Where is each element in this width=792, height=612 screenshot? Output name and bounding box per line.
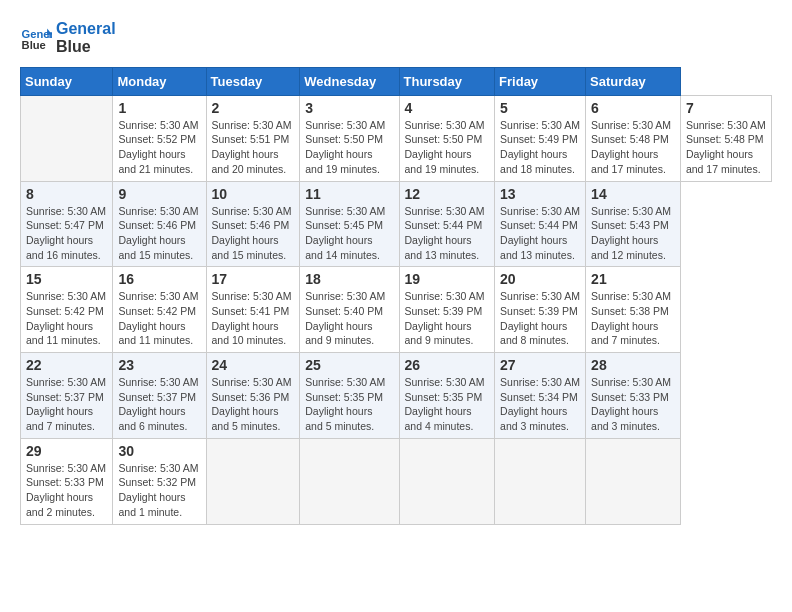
empty-cell: [495, 438, 586, 524]
day-number: 14: [591, 186, 675, 202]
day-number: 4: [405, 100, 490, 116]
day-cell-4: 4 Sunrise: 5:30 AM Sunset: 5:50 PM Dayli…: [399, 95, 495, 181]
day-info: Sunrise: 5:30 AM Sunset: 5:35 PM Dayligh…: [305, 375, 393, 434]
day-number: 29: [26, 443, 107, 459]
day-info: Sunrise: 5:30 AM Sunset: 5:44 PM Dayligh…: [405, 204, 490, 263]
day-info: Sunrise: 5:30 AM Sunset: 5:37 PM Dayligh…: [118, 375, 200, 434]
day-info: Sunrise: 5:30 AM Sunset: 5:33 PM Dayligh…: [26, 461, 107, 520]
day-cell-17: 17 Sunrise: 5:30 AM Sunset: 5:41 PM Dayl…: [206, 267, 300, 353]
day-number: 24: [212, 357, 295, 373]
page-header: General Blue General Blue: [20, 20, 772, 57]
day-cell-26: 26 Sunrise: 5:30 AM Sunset: 5:35 PM Dayl…: [399, 353, 495, 439]
day-cell-20: 20 Sunrise: 5:30 AM Sunset: 5:39 PM Dayl…: [495, 267, 586, 353]
day-number: 13: [500, 186, 580, 202]
day-number: 18: [305, 271, 393, 287]
week-row-3: 15 Sunrise: 5:30 AM Sunset: 5:42 PM Dayl…: [21, 267, 772, 353]
col-header-saturday: Saturday: [586, 67, 681, 95]
day-number: 25: [305, 357, 393, 373]
day-info: Sunrise: 5:30 AM Sunset: 5:48 PM Dayligh…: [686, 118, 766, 177]
day-cell-14: 14 Sunrise: 5:30 AM Sunset: 5:43 PM Dayl…: [586, 181, 681, 267]
col-header-sunday: Sunday: [21, 67, 113, 95]
day-info: Sunrise: 5:30 AM Sunset: 5:44 PM Dayligh…: [500, 204, 580, 263]
day-cell-10: 10 Sunrise: 5:30 AM Sunset: 5:46 PM Dayl…: [206, 181, 300, 267]
day-number: 2: [212, 100, 295, 116]
day-cell-27: 27 Sunrise: 5:30 AM Sunset: 5:34 PM Dayl…: [495, 353, 586, 439]
day-info: Sunrise: 5:30 AM Sunset: 5:50 PM Dayligh…: [305, 118, 393, 177]
day-info: Sunrise: 5:30 AM Sunset: 5:35 PM Dayligh…: [405, 375, 490, 434]
day-info: Sunrise: 5:30 AM Sunset: 5:50 PM Dayligh…: [405, 118, 490, 177]
day-number: 7: [686, 100, 766, 116]
day-info: Sunrise: 5:30 AM Sunset: 5:42 PM Dayligh…: [118, 289, 200, 348]
day-number: 5: [500, 100, 580, 116]
day-cell-19: 19 Sunrise: 5:30 AM Sunset: 5:39 PM Dayl…: [399, 267, 495, 353]
day-info: Sunrise: 5:30 AM Sunset: 5:52 PM Dayligh…: [118, 118, 200, 177]
day-number: 23: [118, 357, 200, 373]
day-cell-2: 2 Sunrise: 5:30 AM Sunset: 5:51 PM Dayli…: [206, 95, 300, 181]
day-cell-28: 28 Sunrise: 5:30 AM Sunset: 5:33 PM Dayl…: [586, 353, 681, 439]
col-header-wednesday: Wednesday: [300, 67, 399, 95]
day-info: Sunrise: 5:30 AM Sunset: 5:47 PM Dayligh…: [26, 204, 107, 263]
logo-text: General Blue: [56, 20, 116, 57]
day-number: 3: [305, 100, 393, 116]
day-number: 8: [26, 186, 107, 202]
day-cell-5: 5 Sunrise: 5:30 AM Sunset: 5:49 PM Dayli…: [495, 95, 586, 181]
day-info: Sunrise: 5:30 AM Sunset: 5:43 PM Dayligh…: [591, 204, 675, 263]
col-header-tuesday: Tuesday: [206, 67, 300, 95]
day-cell-18: 18 Sunrise: 5:30 AM Sunset: 5:40 PM Dayl…: [300, 267, 399, 353]
day-info: Sunrise: 5:30 AM Sunset: 5:37 PM Dayligh…: [26, 375, 107, 434]
day-number: 20: [500, 271, 580, 287]
day-number: 27: [500, 357, 580, 373]
day-info: Sunrise: 5:30 AM Sunset: 5:33 PM Dayligh…: [591, 375, 675, 434]
empty-cell: [399, 438, 495, 524]
day-info: Sunrise: 5:30 AM Sunset: 5:48 PM Dayligh…: [591, 118, 675, 177]
day-number: 21: [591, 271, 675, 287]
day-cell-3: 3 Sunrise: 5:30 AM Sunset: 5:50 PM Dayli…: [300, 95, 399, 181]
day-cell-29: 29 Sunrise: 5:30 AM Sunset: 5:33 PM Dayl…: [21, 438, 113, 524]
day-number: 16: [118, 271, 200, 287]
empty-cell: [21, 95, 113, 181]
day-info: Sunrise: 5:30 AM Sunset: 5:39 PM Dayligh…: [500, 289, 580, 348]
day-cell-30: 30 Sunrise: 5:30 AM Sunset: 5:32 PM Dayl…: [113, 438, 206, 524]
empty-cell: [586, 438, 681, 524]
empty-cell: [206, 438, 300, 524]
day-info: Sunrise: 5:30 AM Sunset: 5:36 PM Dayligh…: [212, 375, 295, 434]
day-number: 11: [305, 186, 393, 202]
day-number: 6: [591, 100, 675, 116]
day-info: Sunrise: 5:30 AM Sunset: 5:45 PM Dayligh…: [305, 204, 393, 263]
day-cell-16: 16 Sunrise: 5:30 AM Sunset: 5:42 PM Dayl…: [113, 267, 206, 353]
day-cell-7: 7 Sunrise: 5:30 AM Sunset: 5:48 PM Dayli…: [680, 95, 771, 181]
day-cell-25: 25 Sunrise: 5:30 AM Sunset: 5:35 PM Dayl…: [300, 353, 399, 439]
day-cell-1: 1 Sunrise: 5:30 AM Sunset: 5:52 PM Dayli…: [113, 95, 206, 181]
day-number: 17: [212, 271, 295, 287]
day-cell-24: 24 Sunrise: 5:30 AM Sunset: 5:36 PM Dayl…: [206, 353, 300, 439]
col-header-thursday: Thursday: [399, 67, 495, 95]
empty-cell: [300, 438, 399, 524]
day-number: 10: [212, 186, 295, 202]
day-info: Sunrise: 5:30 AM Sunset: 5:41 PM Dayligh…: [212, 289, 295, 348]
week-row-1: 1 Sunrise: 5:30 AM Sunset: 5:52 PM Dayli…: [21, 95, 772, 181]
day-cell-22: 22 Sunrise: 5:30 AM Sunset: 5:37 PM Dayl…: [21, 353, 113, 439]
logo-icon: General Blue: [20, 22, 52, 54]
day-info: Sunrise: 5:30 AM Sunset: 5:46 PM Dayligh…: [118, 204, 200, 263]
day-info: Sunrise: 5:30 AM Sunset: 5:38 PM Dayligh…: [591, 289, 675, 348]
week-row-5: 29 Sunrise: 5:30 AM Sunset: 5:33 PM Dayl…: [21, 438, 772, 524]
day-info: Sunrise: 5:30 AM Sunset: 5:49 PM Dayligh…: [500, 118, 580, 177]
day-info: Sunrise: 5:30 AM Sunset: 5:51 PM Dayligh…: [212, 118, 295, 177]
day-number: 9: [118, 186, 200, 202]
day-cell-21: 21 Sunrise: 5:30 AM Sunset: 5:38 PM Dayl…: [586, 267, 681, 353]
day-number: 26: [405, 357, 490, 373]
day-cell-15: 15 Sunrise: 5:30 AM Sunset: 5:42 PM Dayl…: [21, 267, 113, 353]
col-header-monday: Monday: [113, 67, 206, 95]
logo: General Blue General Blue: [20, 20, 116, 57]
day-info: Sunrise: 5:30 AM Sunset: 5:42 PM Dayligh…: [26, 289, 107, 348]
day-cell-6: 6 Sunrise: 5:30 AM Sunset: 5:48 PM Dayli…: [586, 95, 681, 181]
day-cell-23: 23 Sunrise: 5:30 AM Sunset: 5:37 PM Dayl…: [113, 353, 206, 439]
day-info: Sunrise: 5:30 AM Sunset: 5:32 PM Dayligh…: [118, 461, 200, 520]
day-info: Sunrise: 5:30 AM Sunset: 5:39 PM Dayligh…: [405, 289, 490, 348]
svg-text:Blue: Blue: [22, 40, 46, 52]
day-info: Sunrise: 5:30 AM Sunset: 5:34 PM Dayligh…: [500, 375, 580, 434]
day-number: 28: [591, 357, 675, 373]
day-cell-13: 13 Sunrise: 5:30 AM Sunset: 5:44 PM Dayl…: [495, 181, 586, 267]
day-cell-8: 8 Sunrise: 5:30 AM Sunset: 5:47 PM Dayli…: [21, 181, 113, 267]
week-row-2: 8 Sunrise: 5:30 AM Sunset: 5:47 PM Dayli…: [21, 181, 772, 267]
